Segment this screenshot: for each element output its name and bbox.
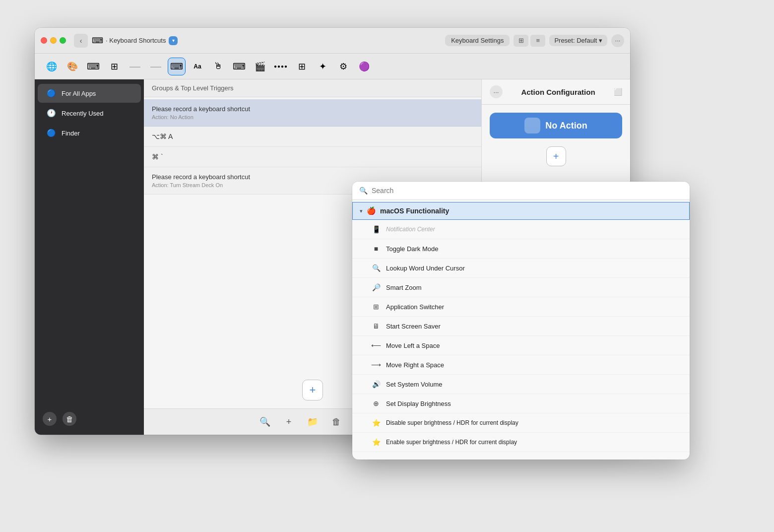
list-item[interactable]: ⟶ Move Right a Space (352, 355, 690, 375)
sidebar-footer: + 🗑 (35, 407, 144, 431)
toolbar-icon-mouse[interactable]: 🖱 (209, 58, 227, 75)
toolbar-icon-global[interactable]: 🌐 (43, 58, 61, 75)
list-item[interactable]: ⊕ Set Display Brightness (352, 394, 690, 413)
shortcut-item[interactable]: Please record a keyboard shortcut Action… (144, 99, 481, 127)
no-action-trigger[interactable]: No Action (490, 113, 622, 138)
toolbar-icon-appgrid[interactable]: ⊞ (293, 58, 311, 75)
maximize-button[interactable] (60, 37, 66, 44)
dropdown-section-label: macOS Functionality (380, 207, 449, 215)
add-shortcut-button[interactable]: + (302, 380, 323, 400)
dropdown-item-label: Disable super brightness / HDR for curre… (386, 419, 518, 426)
dropdown-item-label: Enable super brightness / HDR for curren… (386, 439, 517, 446)
toolbar-icon-purple[interactable]: 🟣 (355, 58, 373, 75)
toolbar-icon-star[interactable]: ✦ (314, 58, 331, 75)
right-panel-more-button[interactable]: ··· (490, 85, 503, 98)
sidebar-label-for-all-apps: For All Apps (62, 90, 96, 97)
delete-footer-button[interactable]: 🗑 (328, 414, 344, 430)
keyboard-settings-button[interactable]: Keyboard Settings (445, 35, 510, 46)
search-input[interactable] (372, 187, 683, 195)
add-trigger-area: + (490, 146, 622, 176)
dropdown-item-label: Toggle Dark Mode (386, 245, 439, 253)
sidebar-item-finder[interactable]: 🔵 Finder (38, 124, 141, 142)
dropdown-item-label: Set System Volume (386, 381, 442, 388)
dropdown-item-label: Lookup Word Under Cursor (386, 265, 465, 272)
dropdown-item-label: Move Left a Space (386, 342, 440, 349)
toolbar-icon-bar2[interactable]: — (147, 58, 165, 75)
add-trigger-button[interactable]: + (546, 146, 566, 166)
traffic-lights (41, 37, 66, 44)
shortcut-title: Please record a keyboard shortcut (152, 173, 473, 181)
toolbar-icon-dots[interactable]: ●●●● (272, 58, 290, 75)
dark-mode-icon: ■ (371, 244, 381, 254)
search-area: 🔍 (352, 182, 690, 200)
title-bar: ‹ ⌨ · Keyboard Shortcuts ▾ Keyboard Sett… (35, 28, 630, 54)
brightness-icon: ⊕ (371, 399, 381, 408)
toolbar-icon-grid[interactable]: ⊞ (105, 58, 123, 75)
dropdown-item-label: Move Right a Space (386, 361, 444, 369)
finder-icon: 🔵 (46, 128, 57, 138)
no-action-inner: No Action (524, 118, 587, 133)
toolbar-icon-keyboard3[interactable]: ⌨ (230, 58, 248, 75)
list-item[interactable]: ⊞ Application Switcher (352, 297, 690, 317)
sidebar-delete-button[interactable]: 🗑 (63, 412, 76, 426)
sidebar-add-button[interactable]: + (43, 412, 57, 426)
list-view-button[interactable]: ≡ (530, 35, 545, 47)
breadcrumb-text: · Keyboard Shortcuts (106, 37, 166, 44)
toolbar-icon-keyboard[interactable]: ⌨ (84, 58, 102, 75)
list-item[interactable]: 🖥 Start Screen Saver (352, 317, 690, 336)
for-all-apps-icon: 🔵 (46, 88, 57, 99)
toolbar-icon-text[interactable]: Aa (189, 58, 206, 75)
dropdown-item-label: Set Display Brightness (386, 400, 451, 407)
list-item[interactable]: ⭐ Disable super brightness / HDR for cur… (352, 413, 690, 433)
close-button[interactable] (41, 37, 47, 44)
breadcrumb-dropdown[interactable]: ▾ (169, 36, 178, 45)
toolbar-icon-color[interactable]: 🎨 (64, 58, 81, 75)
list-item[interactable]: 🔎 Smart Zoom (352, 278, 690, 297)
toolbar-icon-keyboard2[interactable]: ⌨ (168, 58, 186, 75)
right-panel-header: ··· Action Configuration ⬜ (482, 79, 630, 105)
list-item[interactable]: ⭐ Enable super brightness / HDR for curr… (352, 433, 690, 452)
volume-icon: 🔊 (371, 379, 381, 389)
groups-header: Groups & Top Level Triggers (144, 79, 481, 97)
shortcut-item[interactable]: ⌘ ` (144, 147, 481, 167)
sidebar-label-recently-used: Recently Used (62, 110, 104, 117)
right-panel-title: Action Configuration (521, 88, 595, 96)
more-button[interactable]: ··· (611, 34, 624, 47)
recently-used-icon: 🕐 (46, 108, 57, 119)
app-switcher-icon: ⊞ (371, 302, 381, 312)
list-item[interactable]: 🔊 Set System Volume (352, 375, 690, 394)
sidebar-item-recently-used[interactable]: 🕐 Recently Used (38, 104, 141, 123)
smart-zoom-icon: 🔎 (371, 282, 381, 292)
sidebar-item-for-all-apps[interactable]: 🔵 For All Apps (38, 84, 141, 103)
toolbar-icon-media[interactable]: 🎬 (251, 58, 269, 75)
shortcut-item[interactable]: ⌥⌘ A (144, 127, 481, 147)
toolbar-icon-bar1[interactable]: — (126, 58, 144, 75)
shortcut-keys: ⌥⌘ A (152, 133, 473, 140)
grid-view-button[interactable]: ⊞ (514, 35, 528, 47)
dropdown-item-label: Application Switcher (386, 303, 444, 311)
view-toggles: ⊞ ≡ (514, 35, 545, 47)
breadcrumb: ⌨ · Keyboard Shortcuts ▾ (92, 35, 441, 46)
add-footer-button[interactable]: + (281, 414, 297, 430)
notification-icon: 📱 (371, 224, 381, 234)
minimize-button[interactable] (50, 37, 57, 44)
toolbar-icons: 🌐 🎨 ⌨ ⊞ — — ⌨ Aa 🖱 ⌨ 🎬 ●●●● ⊞ ✦ ⚙ 🟣 (35, 54, 630, 79)
right-panel-expand-button[interactable]: ⬜ (614, 88, 622, 96)
list-item[interactable]: 🔍 Lookup Word Under Cursor (352, 259, 690, 278)
back-button[interactable]: ‹ (74, 34, 88, 48)
dropdown-section-header[interactable]: ▾ 🍎 macOS Functionality (352, 202, 690, 220)
toolbar-icon-gear[interactable]: ⚙ (334, 58, 352, 75)
folder-footer-button[interactable]: 📁 (305, 414, 321, 430)
search-footer-button[interactable]: 🔍 (257, 414, 273, 430)
screen-saver-icon: 🖥 (371, 321, 381, 331)
enable-brightness-icon: ⭐ (371, 437, 381, 447)
list-item[interactable]: ■ Toggle Dark Mode (352, 239, 690, 259)
shortcut-action: Action: No Action (152, 114, 473, 120)
move-right-icon: ⟶ (371, 360, 381, 370)
list-item[interactable]: 📱 Notification Center (352, 220, 690, 239)
disable-brightness-icon: ⭐ (371, 418, 381, 428)
sidebar: 🔵 For All Apps 🕐 Recently Used 🔵 Finder … (35, 79, 144, 435)
list-item[interactable]: ⟵ Move Left a Space (352, 336, 690, 355)
preset-button[interactable]: Preset: Default ▾ (549, 35, 607, 46)
dropdown-list: ▾ 🍎 macOS Functionality 📱 Notification C… (352, 200, 690, 460)
